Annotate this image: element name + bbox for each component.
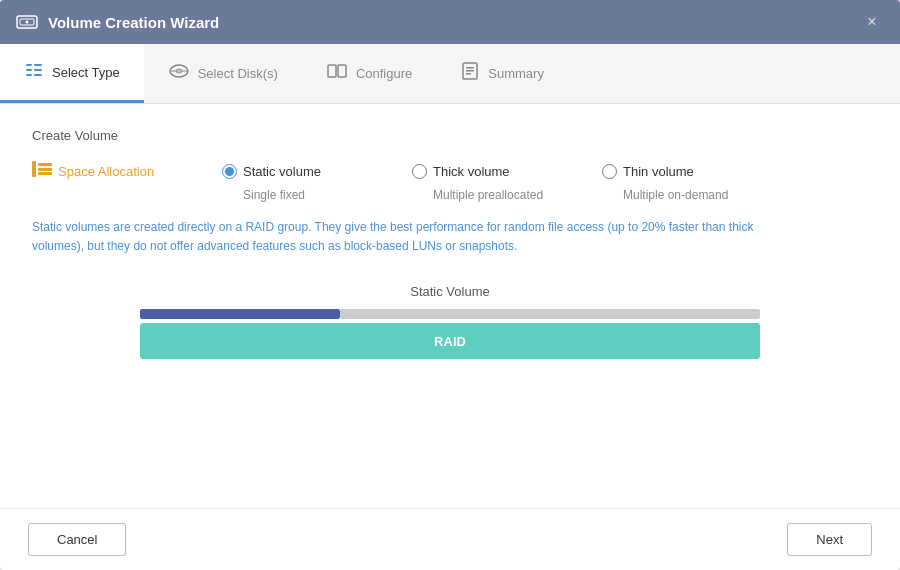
create-volume-label: Create Volume [32, 128, 868, 143]
thick-volume-label: Thick volume [433, 164, 510, 179]
thick-volume-radio[interactable] [412, 164, 427, 179]
thin-volume-radio[interactable] [602, 164, 617, 179]
svg-rect-6 [34, 64, 42, 66]
thick-subtype-label: Multiple preallocated [412, 188, 602, 202]
raid-bar-left [140, 323, 164, 359]
step-select-disks-icon [168, 62, 190, 85]
static-volume-bar-blue [140, 309, 340, 319]
svg-rect-18 [32, 161, 36, 177]
step-summary[interactable]: Summary [436, 44, 568, 103]
static-volume-bar-gray [340, 309, 760, 319]
diagram-container: RAID [140, 307, 760, 359]
svg-rect-12 [328, 65, 336, 77]
thin-volume-label: Thin volume [623, 164, 694, 179]
volume-types-row: Space Allocation Static volume Thick vol… [32, 161, 868, 182]
svg-rect-3 [26, 64, 32, 66]
step-select-disks-label: Select Disk(s) [198, 66, 278, 81]
step-select-type-icon [24, 60, 44, 85]
volume-icon [16, 13, 38, 31]
space-alloc-icon [32, 161, 52, 182]
description-text: Static volumes are created directly on a… [32, 218, 772, 256]
diagram-title: Static Volume [410, 284, 490, 299]
svg-rect-7 [34, 69, 42, 71]
step-select-disks[interactable]: Select Disk(s) [144, 44, 302, 103]
svg-rect-5 [26, 74, 32, 76]
window-title: Volume Creation Wizard [48, 14, 219, 31]
step-configure[interactable]: Configure [302, 44, 436, 103]
svg-rect-8 [34, 74, 42, 76]
next-button[interactable]: Next [787, 523, 872, 556]
raid-bar-right [736, 323, 760, 359]
cancel-button[interactable]: Cancel [28, 523, 126, 556]
footer: Cancel Next [0, 508, 900, 570]
step-select-type-label: Select Type [52, 65, 120, 80]
raid-bar-main: RAID [164, 323, 736, 359]
step-configure-icon [326, 62, 348, 85]
svg-rect-17 [466, 73, 471, 75]
raid-bar-row: RAID [140, 323, 760, 359]
subtypes-row: Single fixed Multiple preallocated Multi… [32, 188, 868, 202]
svg-point-2 [26, 21, 29, 24]
title-bar-left: Volume Creation Wizard [16, 13, 219, 31]
title-bar: Volume Creation Wizard × [0, 0, 900, 44]
svg-rect-4 [26, 69, 32, 71]
step-configure-label: Configure [356, 66, 412, 81]
svg-rect-13 [338, 65, 346, 77]
space-allocation-col: Space Allocation [32, 161, 222, 182]
thin-volume-col: Thin volume [602, 164, 792, 179]
step-summary-label: Summary [488, 66, 544, 81]
svg-rect-15 [466, 67, 474, 69]
static-volume-col: Static volume [222, 164, 412, 179]
svg-rect-21 [38, 172, 52, 175]
thick-volume-col: Thick volume [412, 164, 602, 179]
raid-label: RAID [434, 334, 466, 349]
svg-rect-16 [466, 70, 474, 72]
steps-nav: Select Type Select Disk(s) Configure [0, 44, 900, 104]
svg-rect-20 [38, 168, 52, 171]
svg-rect-19 [38, 163, 52, 166]
static-volume-bar-row [140, 307, 760, 321]
step-summary-icon [460, 61, 480, 86]
static-subtype-label: Single fixed [222, 188, 412, 202]
thin-subtype-label: Multiple on-demand [602, 188, 792, 202]
diagram-area: Static Volume RAID [32, 284, 868, 359]
close-button[interactable]: × [860, 10, 884, 34]
static-volume-label: Static volume [243, 164, 321, 179]
wizard-window: Volume Creation Wizard × Select Type [0, 0, 900, 570]
space-allocation-label: Space Allocation [58, 164, 154, 179]
step-select-type[interactable]: Select Type [0, 44, 144, 103]
content-area: Create Volume Space Allocation Stati [0, 104, 900, 508]
static-volume-radio[interactable] [222, 164, 237, 179]
